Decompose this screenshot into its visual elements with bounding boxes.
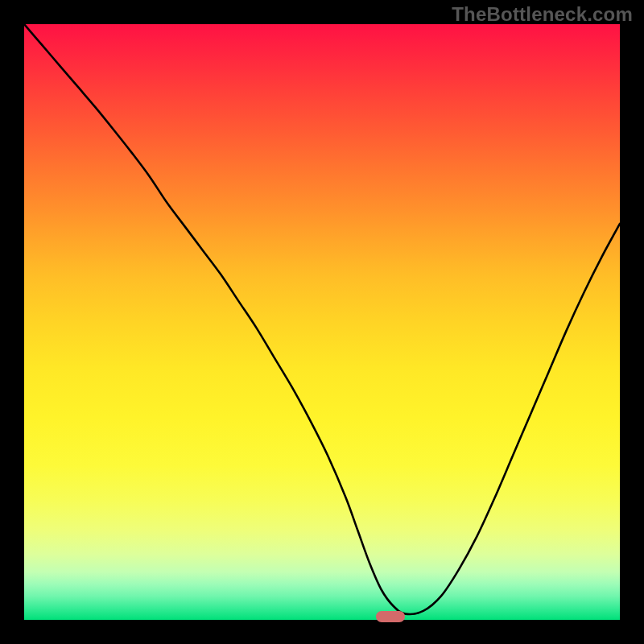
chart-frame: TheBottleneck.com [0, 0, 644, 644]
optimal-marker [376, 611, 405, 622]
curve-svg [24, 24, 620, 620]
watermark-text: TheBottleneck.com [452, 3, 633, 26]
bottleneck-curve-path [24, 24, 620, 614]
plot-area [24, 24, 620, 620]
